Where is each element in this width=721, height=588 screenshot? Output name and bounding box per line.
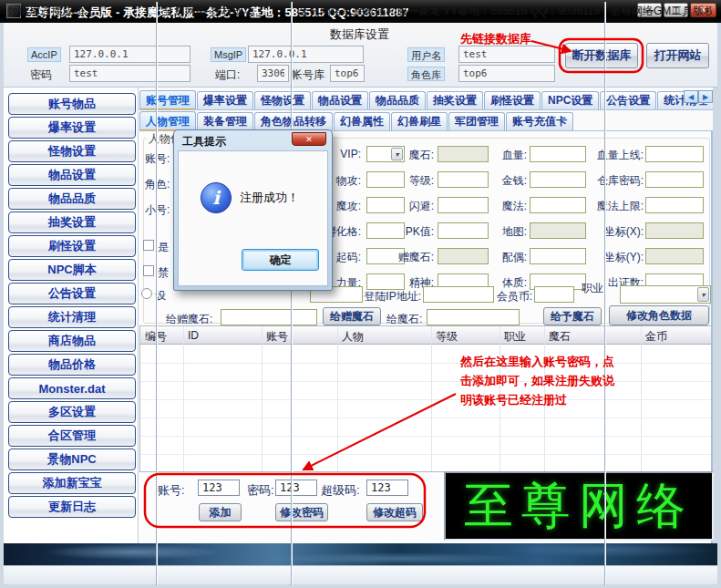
role-db-input[interactable]: [458, 65, 555, 82]
coord-y-field: [645, 248, 704, 264]
subtab-pet-attributes[interactable]: 幻兽属性: [334, 112, 390, 130]
row-line: [140, 399, 711, 400]
member-coin-field[interactable]: [534, 286, 574, 303]
sidebar-item-update-log[interactable]: 更新日志: [8, 496, 136, 518]
register-super-code-input[interactable]: [366, 480, 408, 496]
sidebar-item-item-settings[interactable]: 物品设置: [8, 164, 136, 186]
subtab-recharge-card[interactable]: 账号充值卡: [506, 112, 573, 130]
col-character[interactable]: 人物: [342, 329, 364, 345]
sidebar-item-mob-spawn[interactable]: 刷怪设置: [8, 235, 136, 257]
register-password-input[interactable]: [275, 480, 317, 496]
tab-npc[interactable]: NPC设置: [541, 91, 599, 109]
subtab-guild-management[interactable]: 军团管理: [448, 112, 505, 130]
map-label: 地图:: [467, 224, 527, 240]
sidebar-item-monster-settings[interactable]: 怪物设置: [8, 140, 136, 162]
give-stone-button[interactable]: 给予魔石: [543, 307, 602, 325]
sidebar-item-scenery-npc[interactable]: 景物NPC: [8, 449, 136, 470]
sidebar-item-announcement[interactable]: 公告设置: [8, 283, 136, 304]
status-promo: 至尊网络承接魔域私服一条龙 YY基地：585515 QQ：903611887: [298, 4, 601, 19]
login-ip-field[interactable]: [423, 286, 494, 303]
dialog-title: 工具提示: [182, 134, 226, 150]
dodge-label: 闪避:: [377, 199, 434, 214]
row-line: [140, 436, 711, 437]
col-gold[interactable]: 金币: [645, 329, 667, 345]
sub-tab-strip: 人物管理 装备管理 角色物品转移 幻兽属性 幻兽刷星 军团管理 账号充值卡: [139, 110, 713, 131]
sidebar-item-account-items[interactable]: 账号物品: [8, 93, 136, 115]
tab-monster[interactable]: 怪物设置: [254, 91, 311, 109]
magic-stone-label: 魔石:: [377, 148, 434, 163]
modify-role-data-button[interactable]: 修改角色数据: [609, 305, 709, 325]
col-job[interactable]: 职业: [504, 329, 526, 345]
username-input[interactable]: [458, 46, 555, 63]
chevron-down-icon[interactable]: ▾: [697, 287, 709, 302]
subtab-equipment-management[interactable]: 装备管理: [197, 112, 253, 130]
tab-mob-spawn[interactable]: 刷怪设置: [484, 91, 541, 109]
register-account-label: 账号:: [158, 482, 185, 499]
tab-drop-rate[interactable]: 爆率设置: [197, 91, 253, 109]
col-id[interactable]: ID: [188, 329, 199, 342]
checkbox-2-label: 禁: [158, 265, 169, 281]
subtab-item-transfer[interactable]: 角色物品转移: [254, 112, 333, 130]
sidebar-item-lottery[interactable]: 抽奖设置: [8, 211, 136, 233]
checkbox-1[interactable]: [143, 240, 154, 251]
status-authorized: 至尊网络-授权成功: [163, 4, 287, 19]
job-select[interactable]: ▾: [620, 285, 711, 304]
mp-label: 魔法:: [467, 199, 527, 214]
tab-scroll-left-icon[interactable]: ◀: [684, 90, 698, 103]
col-magic-stone[interactable]: 魔石: [549, 329, 571, 345]
disconnect-db-button[interactable]: 断开数据库: [565, 43, 638, 68]
change-password-button[interactable]: 修改密码: [275, 503, 328, 521]
hp-max-field[interactable]: [645, 146, 704, 162]
tool-tip-dialog: 工具提示 ✕ i 注册成功！ 确定: [173, 129, 333, 291]
msgip-input[interactable]: [248, 46, 364, 63]
col-account[interactable]: 账号: [266, 329, 288, 345]
sidebar-item-add-new-pet[interactable]: 添加新宝宝: [8, 472, 136, 494]
change-super-code-button[interactable]: 修改超码: [366, 503, 423, 521]
sidebar-item-npc-script[interactable]: NPC脚本: [8, 259, 136, 281]
sidebar-item-item-quality[interactable]: 物品品质: [8, 188, 136, 210]
db-password-input[interactable]: [69, 65, 191, 82]
coord-x-label: 坐标(X):: [571, 224, 644, 240]
subtab-pet-star[interactable]: 幻兽刷星: [391, 112, 448, 130]
sidebar-item-drop-rate[interactable]: 爆率设置: [8, 117, 136, 139]
tab-item-quality[interactable]: 物品品质: [369, 91, 426, 109]
give-gift-stone-button[interactable]: 给赠魔石: [323, 307, 381, 325]
tab-account-management[interactable]: 账号管理: [139, 90, 196, 110]
role-db-label: 角色库: [407, 67, 445, 81]
tab-lottery[interactable]: 抽奖设置: [427, 91, 483, 109]
port-input[interactable]: [257, 65, 289, 82]
account-db-input[interactable]: [330, 65, 365, 82]
sidebar-item-item-price[interactable]: 物品价格: [8, 354, 136, 376]
give-gift-stone-field[interactable]: [221, 309, 317, 325]
open-website-button[interactable]: 打开网站: [646, 43, 709, 68]
register-password-label: 密码:: [247, 482, 274, 499]
sidebar-item-stats-cleanup[interactable]: 统计清理: [8, 306, 136, 328]
accip-input[interactable]: [69, 46, 191, 63]
radio-1[interactable]: [141, 288, 152, 299]
sidebar-item-shop-items[interactable]: 商店物品: [8, 330, 136, 352]
mp-max-field[interactable]: [645, 197, 704, 213]
tab-scroll-right-icon[interactable]: ▶: [698, 90, 713, 103]
sidebar-item-multi-zone[interactable]: 多区设置: [8, 401, 136, 423]
tab-item[interactable]: 物品设置: [312, 91, 368, 109]
ok-button[interactable]: 确定: [242, 249, 319, 271]
tab-announcement[interactable]: 公告设置: [600, 91, 656, 109]
sidebar-item-zone-merge[interactable]: 合区管理: [8, 425, 136, 447]
annotation-line-3: 明该账号已经注册过: [460, 392, 567, 408]
add-button[interactable]: 添加: [199, 503, 242, 521]
col-level[interactable]: 等级: [436, 329, 458, 345]
dialog-close-icon[interactable]: ✕: [292, 132, 326, 146]
sidebar-item-monster-dat[interactable]: Monster.dat: [8, 377, 136, 399]
accip-label: AccIP: [27, 47, 61, 62]
account-db-label: 帐号库: [292, 67, 324, 83]
character-table[interactable]: 编号 ID 账号 人物 等级 职业 魔石 金币: [139, 325, 712, 472]
checkbox-2[interactable]: [143, 265, 154, 276]
warehouse-password-field[interactable]: [645, 171, 704, 188]
alt-account-label: 小号:: [145, 202, 170, 218]
row-line: [140, 381, 711, 382]
spouse-label: 配偶:: [467, 250, 527, 265]
subtab-character-management[interactable]: 人物管理: [139, 111, 196, 131]
led-banner: 至尊网络: [444, 471, 714, 541]
give-stone-field[interactable]: [427, 309, 520, 325]
register-account-input[interactable]: [198, 480, 240, 496]
